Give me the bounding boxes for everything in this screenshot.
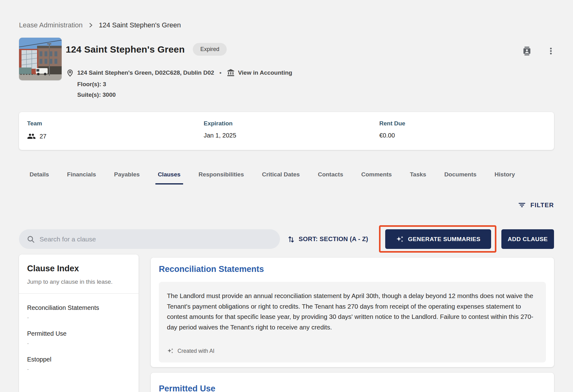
search-input[interactable] — [40, 236, 272, 243]
clauses-toolbar: SORT: SECTION (A - Z) GENERATE SUMMARIES… — [19, 225, 554, 253]
tab-comments[interactable]: Comments — [359, 167, 394, 184]
page-title: 124 Saint Stephen's Green — [66, 44, 185, 55]
property-address: 124 Saint Stephen's Green, D02C628, Dubl… — [77, 69, 214, 76]
clause-summary-box: The Landlord must provide an annual reco… — [159, 282, 546, 362]
sort-arrows-icon — [287, 235, 295, 243]
expiration-value: Jan 1, 2025 — [204, 132, 236, 139]
location-pin-icon — [66, 68, 74, 77]
team-count[interactable]: 27 — [40, 133, 46, 140]
tab-details[interactable]: Details — [27, 167, 51, 184]
created-with-ai: Created with AI — [167, 348, 215, 354]
index-item-reconciliation-statements[interactable]: Reconciliation Statements - — [27, 298, 130, 324]
sort-button[interactable]: SORT: SECTION (A - Z) — [287, 229, 368, 249]
clause-title-link[interactable]: Reconciliation Statements — [159, 264, 264, 274]
index-item-estoppel[interactable]: Estoppel - — [27, 350, 130, 376]
separator-dot: • — [220, 69, 222, 76]
status-badge: Expired — [193, 43, 227, 56]
lease-summary-card: Team 27 Expiration Jan 1, 2025 Rent Due … — [19, 112, 554, 150]
clause-search[interactable] — [19, 229, 280, 249]
view-in-accounting-link[interactable]: View in Accounting — [227, 69, 292, 77]
kebab-menu-icon[interactable] — [547, 47, 555, 55]
clause-index-panel: Clause Index Jump to any clause in this … — [19, 254, 139, 392]
clause-summary-text: The Landlord must provide an annual reco… — [167, 291, 538, 332]
tab-clauses[interactable]: Clauses — [155, 167, 183, 184]
clause-title-link[interactable]: Permitted Use — [159, 384, 215, 392]
tab-critical-dates[interactable]: Critical Dates — [259, 167, 302, 184]
tab-tasks[interactable]: Tasks — [407, 167, 429, 184]
clause-index-title: Clause Index — [27, 264, 130, 273]
ai-sparkle-icon — [167, 348, 174, 354]
rent-due-label: Rent Due — [379, 120, 405, 127]
generate-summaries-button[interactable]: GENERATE SUMMARIES — [385, 229, 491, 249]
header-actions — [522, 46, 555, 56]
tab-payables[interactable]: Payables — [111, 167, 142, 184]
breadcrumb-parent[interactable]: Lease Administration — [19, 21, 83, 29]
address-block: 124 Saint Stephen's Green, D02C628, Dubl… — [66, 68, 292, 98]
clause-card-reconciliation-statements: Reconciliation Statements The Landlord m… — [151, 258, 554, 367]
bank-icon — [227, 69, 235, 77]
search-icon — [26, 235, 35, 244]
tab-documents[interactable]: Documents — [442, 167, 479, 184]
filter-button[interactable]: FILTER — [518, 201, 554, 209]
filter-icon — [518, 201, 526, 209]
breadcrumb: Lease Administration 124 Saint Stephen's… — [19, 21, 181, 29]
breadcrumb-current: 124 Saint Stephen's Green — [99, 21, 181, 29]
team-icon — [27, 132, 36, 141]
team-label: Team — [27, 120, 46, 127]
suites-text: Suite(s): 3000 — [77, 91, 292, 98]
chevron-right-icon — [88, 22, 94, 28]
clause-index-subtitle: Jump to any clause in this lease. — [27, 278, 130, 285]
sparkle-icon — [396, 235, 404, 243]
floors-text: Floor(s): 3 — [77, 81, 292, 88]
clause-card-permitted-use: Permitted Use — [151, 373, 554, 392]
index-item-permitted-use[interactable]: Permitted Use - — [27, 324, 130, 350]
lease-tabs: Details Financials Payables Clauses Resp… — [19, 167, 554, 184]
rent-due-value: €0.00 — [379, 132, 405, 139]
contact-card-button[interactable] — [522, 46, 532, 56]
expiration-label: Expiration — [204, 120, 236, 127]
property-photo — [19, 38, 62, 80]
add-clause-button[interactable]: ADD CLAUSE — [501, 229, 554, 249]
tab-contacts[interactable]: Contacts — [315, 167, 346, 184]
tab-responsibilities[interactable]: Responsibilities — [196, 167, 247, 184]
tab-history[interactable]: History — [492, 167, 517, 184]
tab-financials[interactable]: Financials — [64, 167, 98, 184]
title-row: 124 Saint Stephen's Green Expired — [66, 43, 227, 56]
